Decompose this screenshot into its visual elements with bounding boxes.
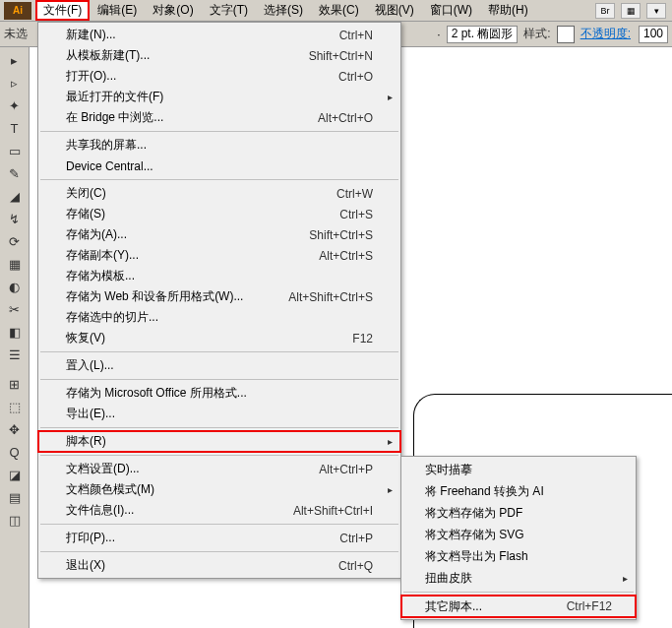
file-menu-item[interactable]: 脚本(R): [38, 431, 400, 452]
script-submenu: 实时描摹将 Freehand 转换为 AI将文档存储为 PDF将文档存储为 SV…: [400, 456, 637, 620]
file-menu-item[interactable]: 打印(P)...Ctrl+P: [38, 528, 400, 548]
tool-mesh[interactable]: ◐: [2, 276, 28, 297]
tool-stroke[interactable]: ⬚: [2, 396, 28, 417]
workspace-icon[interactable]: ▾: [646, 3, 666, 19]
tools-panel: ▸ ▹ ✦ T ▭ ✎ ◢ ↯ ⟳ ▦ ◐ ✂ ◧ ☰ ⊞ ⬚ ✥ Q ◪ ▤ …: [0, 47, 30, 628]
bridge-icon[interactable]: Br: [595, 3, 615, 19]
file-menu-item[interactable]: 从模板新建(T)...Shift+Ctrl+N: [38, 45, 400, 66]
file-menu-item[interactable]: 打开(O)...Ctrl+O: [38, 66, 400, 87]
menu-item-shortcut: Ctrl+O: [338, 70, 373, 84]
tool-artboard[interactable]: ◧: [2, 321, 28, 343]
menu-window[interactable]: 窗口(W): [422, 0, 480, 21]
tool-pencil[interactable]: ✎: [2, 162, 28, 184]
menu-item-label: 在 Bridge 中浏览...: [66, 109, 318, 126]
tool-free-transform[interactable]: ⟳: [2, 230, 28, 252]
file-menu-dropdown: 新建(N)...Ctrl+N从模板新建(T)...Shift+Ctrl+N打开(…: [37, 22, 401, 579]
file-menu-item[interactable]: 在 Bridge 中浏览...Alt+Ctrl+O: [38, 107, 400, 128]
menu-item-shortcut: Shift+Ctrl+S: [309, 228, 373, 242]
file-menu-item[interactable]: 存储(S)Ctrl+S: [38, 204, 400, 224]
menu-item-label: 将文档存储为 PDF: [425, 505, 612, 522]
app-logo-ai: Ai: [4, 2, 31, 20]
tool-rotate[interactable]: ◢: [2, 185, 28, 207]
menu-item-label: 打开(O)...: [66, 68, 338, 85]
tool-screen-mode[interactable]: ◪: [2, 464, 28, 485]
file-menu-item[interactable]: 置入(L)...: [38, 355, 400, 376]
menu-item-label: 共享我的屏幕...: [66, 137, 373, 154]
menu-help[interactable]: 帮助(H): [480, 0, 536, 21]
menu-file[interactable]: 文件(F): [35, 0, 90, 21]
menu-edit[interactable]: 编辑(E): [90, 0, 145, 21]
tool-extra1[interactable]: ▤: [2, 486, 28, 508]
script-menu-item[interactable]: 将文档存储为 SVG: [401, 524, 636, 545]
style-swatch[interactable]: [557, 26, 575, 43]
file-menu-item[interactable]: 共享我的屏幕...: [38, 135, 400, 156]
style-label: 样式:: [523, 26, 550, 42]
tool-zoom[interactable]: Q: [2, 441, 28, 463]
menu-item-shortcut: F12: [352, 332, 373, 345]
menubar: Ai 文件(F) 编辑(E) 对象(O) 文字(T) 选择(S) 效果(C) 视…: [0, 0, 672, 22]
script-menu-item[interactable]: 将 Freehand 转换为 AI: [401, 480, 636, 502]
menu-item-label: 存储为 Microsoft Office 所用格式...: [66, 385, 373, 402]
menu-item-label: 存储副本(Y)...: [66, 247, 319, 264]
menu-item-shortcut: Alt+Shift+Ctrl+S: [288, 290, 373, 304]
menu-object[interactable]: 对象(O): [145, 0, 201, 21]
menu-separator: [40, 427, 398, 428]
opacity-value[interactable]: 100: [639, 26, 668, 43]
menu-view[interactable]: 视图(V): [367, 0, 422, 21]
file-menu-item[interactable]: 关闭(C)Ctrl+W: [38, 183, 400, 204]
tool-fill[interactable]: ⊞: [2, 373, 28, 395]
menu-separator: [40, 351, 398, 352]
menu-separator: [40, 131, 398, 132]
file-menu-item[interactable]: 存储选中的切片...: [38, 307, 400, 328]
file-menu-item[interactable]: 存储为 Microsoft Office 所用格式...: [38, 383, 400, 404]
menu-item-shortcut: Ctrl+F12: [567, 599, 612, 613]
menu-item-label: Device Central...: [66, 159, 373, 173]
menu-item-label: 存储(S): [66, 206, 339, 222]
file-menu-item[interactable]: 退出(X)Ctrl+Q: [38, 555, 400, 576]
menu-item-shortcut: Ctrl+N: [339, 29, 373, 42]
file-menu-item[interactable]: 存储为模板...: [38, 266, 400, 286]
menu-text[interactable]: 文字(T): [202, 0, 256, 21]
tool-selection[interactable]: ▸: [2, 49, 28, 71]
file-menu-item[interactable]: Device Central...: [38, 156, 400, 176]
menu-item-label: 文档颜色模式(M): [66, 481, 373, 498]
tool-direct-select[interactable]: ▹: [2, 72, 28, 94]
tool-scissors[interactable]: ✂: [2, 298, 28, 320]
menu-item-label: 存储为 Web 和设备所用格式(W)...: [66, 288, 288, 305]
file-menu-item[interactable]: 文档设置(D)...Alt+Ctrl+P: [38, 459, 400, 479]
opacity-label[interactable]: 不透明度:: [580, 26, 631, 42]
file-menu-item[interactable]: 新建(N)...Ctrl+N: [38, 25, 400, 45]
menu-item-shortcut: Ctrl+P: [339, 532, 373, 545]
tool-type[interactable]: T: [2, 117, 28, 139]
menu-item-label: 将文档存储为 SVG: [425, 527, 612, 543]
menu-item-shortcut: Alt+Shift+Ctrl+I: [293, 504, 373, 518]
file-menu-item[interactable]: 存储副本(Y)...Alt+Ctrl+S: [38, 245, 400, 266]
tool-rectangle[interactable]: ▭: [2, 140, 28, 161]
tool-extra2[interactable]: ◫: [2, 509, 28, 531]
script-menu-item[interactable]: 其它脚本...Ctrl+F12: [401, 596, 636, 617]
script-menu-item[interactable]: 实时描摹: [401, 459, 636, 480]
tool-width[interactable]: ↯: [2, 208, 28, 229]
menu-effect[interactable]: 效果(C): [311, 0, 367, 21]
file-menu-item[interactable]: 恢复(V)F12: [38, 328, 400, 348]
menu-item-label: 脚本(R): [66, 433, 373, 450]
menu-item-label: 导出(E)...: [66, 406, 373, 422]
script-menu-item[interactable]: 扭曲皮肤: [401, 567, 636, 589]
file-menu-item[interactable]: 最近打开的文件(F): [38, 87, 400, 107]
tool-magic-wand[interactable]: ✦: [2, 94, 28, 116]
tool-hand[interactable]: ☰: [2, 344, 28, 365]
file-menu-item[interactable]: 导出(E)...: [38, 404, 400, 424]
file-menu-item[interactable]: 存储为 Web 和设备所用格式(W)...Alt+Shift+Ctrl+S: [38, 286, 400, 307]
file-menu-item[interactable]: 文件信息(I)...Alt+Shift+Ctrl+I: [38, 500, 400, 521]
menu-item-label: 打印(P)...: [66, 530, 339, 546]
file-menu-item[interactable]: 存储为(A)...Shift+Ctrl+S: [38, 224, 400, 245]
script-menu-item[interactable]: 将文档导出为 Flash: [401, 545, 636, 567]
arrange-icon[interactable]: ▦: [621, 3, 641, 19]
menu-select[interactable]: 选择(S): [256, 0, 311, 21]
menu-item-shortcut: Alt+Ctrl+O: [318, 111, 373, 125]
stroke-profile-select[interactable]: 2 pt. 椭圆形: [447, 26, 519, 43]
file-menu-item[interactable]: 文档颜色模式(M): [38, 479, 400, 500]
script-menu-item[interactable]: 将文档存储为 PDF: [401, 502, 636, 524]
tool-symbol-sprayer[interactable]: ▦: [2, 253, 28, 275]
tool-draw-mode[interactable]: ✥: [2, 418, 28, 440]
